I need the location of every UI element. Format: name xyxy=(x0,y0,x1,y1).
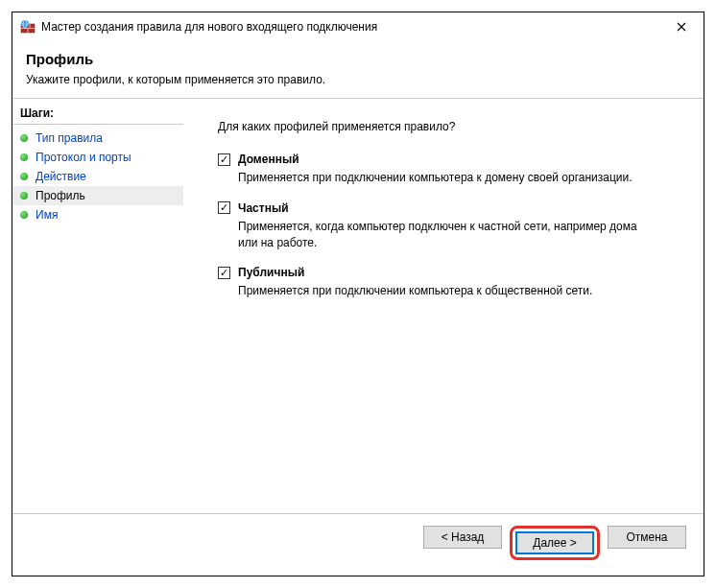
option-private: ✓ Частный Применяется, когда компьютер п… xyxy=(218,201,677,251)
next-button-highlight: Далее > xyxy=(510,526,600,560)
option-label[interactable]: Публичный xyxy=(238,266,304,279)
option-desc: Применяется при подключении компьютера к… xyxy=(238,170,641,186)
step-bullet-icon xyxy=(20,192,28,200)
profile-question: Для каких профилей применяется правило? xyxy=(218,120,677,133)
next-button[interactable]: Далее > xyxy=(515,531,594,554)
step-bullet-icon xyxy=(20,153,28,161)
step-profile[interactable]: Профиль xyxy=(12,186,183,205)
page-title: Профиль xyxy=(26,51,690,67)
body-area: Шаги: Тип правила Протокол и порты Дейст… xyxy=(12,99,704,513)
step-bullet-icon xyxy=(20,211,28,219)
step-label: Имя xyxy=(36,208,58,222)
page-subtitle: Укажите профили, к которым применяется э… xyxy=(26,73,690,86)
steps-sidebar: Шаги: Тип правила Протокол и порты Дейст… xyxy=(12,99,183,513)
checkbox-domain[interactable]: ✓ xyxy=(218,153,230,166)
window-title: Мастер создания правила для нового входя… xyxy=(41,20,667,34)
option-desc: Применяется, когда компьютер подключен к… xyxy=(238,219,641,251)
step-label: Протокол и порты xyxy=(36,151,131,164)
content-panel: Для каких профилей применяется правило? … xyxy=(183,99,704,513)
option-label[interactable]: Частный xyxy=(238,201,289,215)
checkbox-private[interactable]: ✓ xyxy=(218,201,230,214)
wizard-window: Мастер создания правила для нового входя… xyxy=(12,12,704,576)
option-label[interactable]: Доменный xyxy=(238,153,299,166)
firewall-icon xyxy=(20,19,36,35)
option-public: ✓ Публичный Применяется при подключении … xyxy=(218,266,677,299)
close-button[interactable] xyxy=(667,17,696,36)
step-action[interactable]: Действие xyxy=(12,167,183,186)
footer-area: < Назад Далее > Отмена xyxy=(12,513,704,576)
step-label: Действие xyxy=(36,170,86,183)
option-desc: Применяется при подключении компьютера к… xyxy=(238,283,641,299)
back-button[interactable]: < Назад xyxy=(423,526,502,549)
option-domain: ✓ Доменный Применяется при подключении к… xyxy=(218,153,677,186)
step-bullet-icon xyxy=(20,173,28,180)
titlebar: Мастер создания правила для нового входя… xyxy=(12,12,704,41)
step-label: Тип правила xyxy=(36,131,103,145)
step-protocol-ports[interactable]: Протокол и порты xyxy=(12,148,183,167)
checkbox-public[interactable]: ✓ xyxy=(218,267,230,279)
cancel-button[interactable]: Отмена xyxy=(608,526,686,549)
header-area: Профиль Укажите профили, к которым приме… xyxy=(12,41,704,98)
steps-heading: Шаги: xyxy=(12,105,183,125)
step-rule-type[interactable]: Тип правила xyxy=(12,129,183,148)
step-name[interactable]: Имя xyxy=(12,205,183,224)
step-label: Профиль xyxy=(36,189,85,202)
step-bullet-icon xyxy=(20,134,28,142)
